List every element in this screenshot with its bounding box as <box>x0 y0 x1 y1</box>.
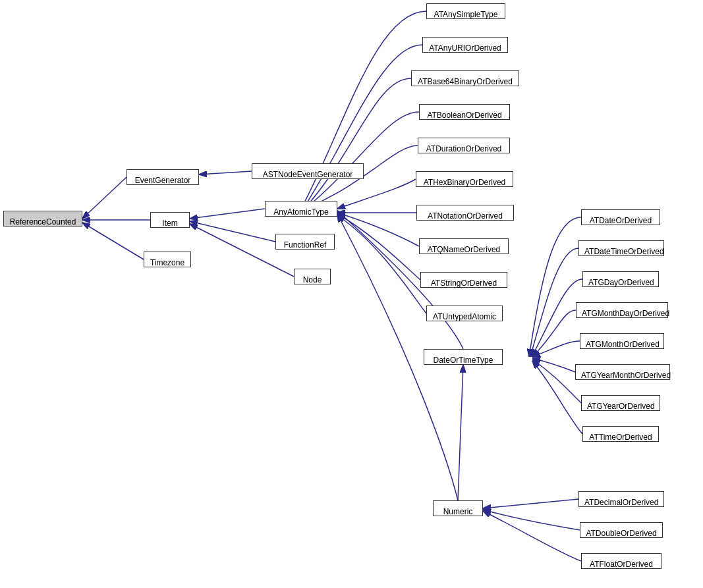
node-EventGenerator: EventGenerator <box>127 169 199 185</box>
node-ATBase64BinaryOrDerived: ATBase64BinaryOrDerived <box>411 70 519 86</box>
node-Item: Item <box>150 212 190 228</box>
node-ATGMonthDayOrDerived: ATGMonthDayOrDerived <box>576 302 668 318</box>
node-ATNotationOrDerived: ATNotationOrDerived <box>416 205 514 221</box>
node-ATBooleanOrDerived: ATBooleanOrDerived <box>419 104 510 120</box>
node-Timezone: Timezone <box>144 252 191 267</box>
node-FunctionRef: FunctionRef <box>275 234 335 250</box>
node-ATGDayOrDerived: ATGDayOrDerived <box>582 271 659 287</box>
node-Numeric: Numeric <box>433 500 483 516</box>
node-ATDoubleOrDerived: ATDoubleOrDerived <box>580 522 663 538</box>
node-ATAnyURIOrDerived: ATAnyURIOrDerived <box>422 37 508 53</box>
node-ATGYearMonthOrDerived: ATGYearMonthOrDerived <box>575 364 670 380</box>
node-ATGYearOrDerived: ATGYearOrDerived <box>581 395 660 411</box>
node-ATDateTimeOrDerived: ATDateTimeOrDerived <box>578 240 664 256</box>
node-ATFloatOrDerived: ATFloatOrDerived <box>581 553 661 569</box>
node-DateOrTimeType: DateOrTimeType <box>424 349 503 365</box>
node-ATDurationOrDerived: ATDurationOrDerived <box>418 138 510 153</box>
node-ATTimeOrDerived: ATTimeOrDerived <box>582 426 659 442</box>
node-ATGMonthOrDerived: ATGMonthOrDerived <box>580 333 664 349</box>
node-ATDateOrDerived: ATDateOrDerived <box>581 209 660 225</box>
node-ATUntypedAtomic: ATUntypedAtomic <box>426 306 503 321</box>
node-ATDecimalOrDerived: ATDecimalOrDerived <box>578 491 664 507</box>
diagram-container: ReferenceCountedEventGeneratorItemTimezo… <box>0 0 703 588</box>
node-ATStringOrDerived: ATStringOrDerived <box>420 272 507 288</box>
node-Node: Node <box>294 269 331 284</box>
node-ATAnySimpleType: ATAnySimpleType <box>426 3 505 19</box>
node-ATQNameOrDerived: ATQNameOrDerived <box>419 238 509 254</box>
node-AnyAtomicType: AnyAtomicType <box>265 201 337 217</box>
node-ReferenceCounted: ReferenceCounted <box>3 211 82 227</box>
node-ASTNodeEventGenerator: ASTNodeEventGenerator <box>252 163 364 179</box>
node-ATHexBinaryOrDerived: ATHexBinaryOrDerived <box>416 171 513 187</box>
